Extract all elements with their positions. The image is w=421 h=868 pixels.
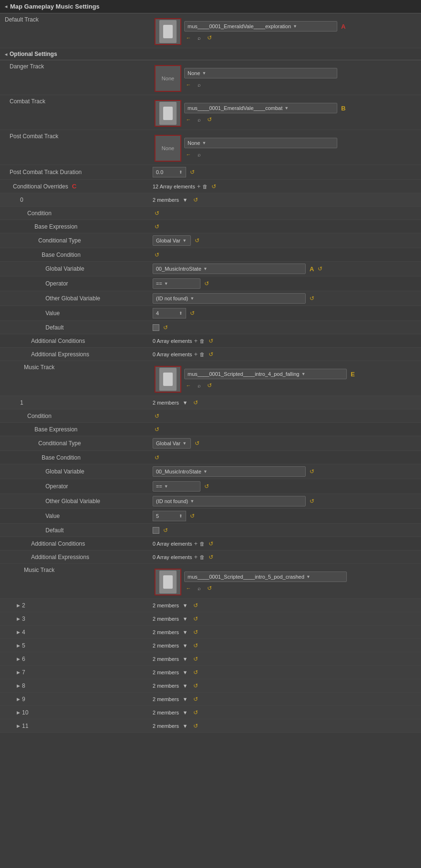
item-6-expand[interactable]: ▼: [181, 655, 189, 663]
item-0-default-checkbox[interactable]: [153, 324, 159, 331]
item-1-add-cond-delete[interactable]: 🗑: [199, 541, 205, 547]
post-combat-duration-input[interactable]: 0.0 ⬆: [153, 167, 186, 177]
item-0-add-cond-add[interactable]: +: [194, 337, 198, 344]
item-0-global-var-dropdown[interactable]: 00_MusicIntroState ▼: [153, 264, 306, 274]
item-0-add-expr-add[interactable]: +: [194, 351, 198, 358]
item-4-reset[interactable]: ↺: [191, 628, 200, 637]
item-0-add-expr-reset[interactable]: ↺: [207, 350, 215, 359]
item-0-add-cond-reset[interactable]: ↺: [207, 337, 215, 345]
post-combat-duration-reset[interactable]: ↺: [188, 168, 197, 176]
combat-track-back-icon[interactable]: ←: [184, 115, 193, 124]
item-0-other-global-dropdown[interactable]: (ID not found) ▼: [153, 293, 306, 304]
default-track-search-icon[interactable]: ⌕: [195, 33, 203, 42]
item-1-condition-reset[interactable]: ↺: [153, 412, 161, 420]
post-combat-back-icon[interactable]: ←: [184, 150, 193, 159]
item-3-expand[interactable]: ▼: [181, 615, 189, 623]
item-1-global-var-reset[interactable]: ↺: [308, 467, 316, 476]
item-9-collapse[interactable]: ▶: [17, 697, 20, 702]
item-10-reset[interactable]: ↺: [191, 708, 200, 717]
item-1-other-global-reset[interactable]: ↺: [308, 497, 316, 505]
item-0-operator-dropdown[interactable]: == ▼: [153, 278, 200, 289]
item-8-collapse[interactable]: ▶: [17, 683, 20, 688]
item-0-music-search-icon[interactable]: ⌕: [195, 381, 203, 390]
danger-track-search-icon[interactable]: ⌕: [195, 80, 203, 89]
item-3-collapse[interactable]: ▶: [17, 616, 20, 621]
item-1-base-cond-reset[interactable]: ↺: [153, 453, 161, 462]
combat-track-reset-icon[interactable]: ↺: [205, 115, 214, 124]
item-0-music-back-icon[interactable]: ←: [184, 381, 193, 390]
conditional-overrides-reset[interactable]: ↺: [210, 182, 218, 191]
item-7-expand[interactable]: ▼: [181, 668, 189, 677]
post-combat-track-dropdown[interactable]: None ▼: [184, 138, 337, 148]
default-track-back-icon[interactable]: ←: [184, 33, 193, 42]
combat-track-dropdown[interactable]: mus____0001_EmeraldVale____combat ▼: [184, 103, 337, 113]
item-0-cond-type-reset[interactable]: ↺: [193, 236, 201, 245]
item-6-reset[interactable]: ↺: [191, 655, 200, 663]
item-2-reset[interactable]: ↺: [191, 601, 200, 610]
item-1-add-expr-delete[interactable]: 🗑: [199, 554, 205, 560]
item-1-global-var-dropdown[interactable]: 00_MusicIntroState ▼: [153, 466, 306, 477]
post-combat-duration-spinner[interactable]: ⬆: [179, 170, 183, 175]
item-8-reset[interactable]: ↺: [191, 681, 200, 690]
default-track-reset-icon[interactable]: ↺: [205, 33, 214, 42]
item-5-expand[interactable]: ▼: [181, 641, 189, 650]
item-1-other-global-dropdown[interactable]: (ID not found) ▼: [153, 496, 306, 506]
conditional-overrides-delete[interactable]: 🗑: [202, 184, 208, 189]
item-1-music-track-dropdown[interactable]: mus____0001_Scripted____intro_5_pod_cras…: [184, 571, 347, 582]
item-0-cond-type-dropdown[interactable]: Global Var ▼: [153, 235, 191, 246]
item-0-global-var-reset[interactable]: ↺: [316, 264, 324, 273]
item-1-value-reset[interactable]: ↺: [188, 512, 197, 520]
item-1-add-expr-reset[interactable]: ↺: [207, 553, 215, 561]
post-combat-search-icon[interactable]: ⌕: [195, 150, 203, 159]
item-0-base-expr-reset[interactable]: ↺: [153, 222, 161, 231]
item-0-expand[interactable]: ▼: [181, 196, 189, 204]
item-0-music-track-dropdown[interactable]: mus____0001_Scripted____intro_4_pod_fall…: [184, 369, 347, 379]
item-1-add-cond-reset[interactable]: ↺: [207, 539, 215, 548]
item-1-cond-type-dropdown[interactable]: Global Var ▼: [153, 438, 191, 449]
combat-track-search-icon[interactable]: ⌕: [195, 115, 203, 124]
item-7-collapse[interactable]: ▶: [17, 670, 20, 675]
item-1-music-back-icon[interactable]: ←: [184, 584, 193, 593]
item-1-music-reset-icon[interactable]: ↺: [205, 584, 214, 593]
item-5-reset[interactable]: ↺: [191, 641, 200, 650]
optional-settings-header[interactable]: ◂ Optional Settings: [0, 48, 421, 60]
item-11-collapse[interactable]: ▶: [17, 724, 20, 728]
item-1-default-checkbox[interactable]: [153, 527, 159, 534]
item-0-default-reset[interactable]: ↺: [161, 323, 170, 332]
item-0-music-reset-icon[interactable]: ↺: [205, 381, 214, 390]
item-0-add-cond-delete[interactable]: 🗑: [199, 338, 205, 344]
item-0-base-cond-reset[interactable]: ↺: [153, 251, 161, 259]
panel-collapse-icon[interactable]: ◂: [5, 4, 7, 9]
item-4-collapse[interactable]: ▶: [17, 630, 20, 635]
item-8-expand[interactable]: ▼: [181, 681, 189, 690]
default-track-dropdown[interactable]: mus____0001_EmeraldVale____exploration ▼: [184, 21, 337, 32]
item-11-reset[interactable]: ↺: [191, 722, 200, 730]
item-1-value-spinner[interactable]: ⬆: [179, 514, 183, 518]
item-1-music-search-icon[interactable]: ⌕: [195, 584, 203, 593]
item-4-expand[interactable]: ▼: [181, 628, 189, 637]
item-0-other-global-reset[interactable]: ↺: [308, 294, 316, 303]
item-10-expand[interactable]: ▼: [181, 708, 189, 717]
item-9-expand[interactable]: ▼: [181, 695, 189, 703]
item-1-add-cond-add[interactable]: +: [194, 540, 198, 547]
item-9-reset[interactable]: ↺: [191, 695, 200, 703]
item-0-operator-reset[interactable]: ↺: [202, 279, 211, 288]
item-7-reset[interactable]: ↺: [191, 668, 200, 677]
item-0-add-expr-delete[interactable]: 🗑: [199, 352, 205, 357]
item-1-reset[interactable]: ↺: [191, 398, 200, 407]
item-11-expand[interactable]: ▼: [181, 722, 189, 730]
item-3-reset[interactable]: ↺: [191, 615, 200, 623]
item-0-reset[interactable]: ↺: [191, 196, 200, 204]
item-0-value-input[interactable]: 4 ⬆: [153, 308, 186, 319]
item-6-collapse[interactable]: ▶: [17, 657, 20, 661]
item-2-expand[interactable]: ▼: [181, 601, 189, 610]
item-1-cond-type-reset[interactable]: ↺: [193, 439, 201, 448]
item-1-operator-reset[interactable]: ↺: [202, 482, 211, 491]
item-1-base-expr-reset[interactable]: ↺: [153, 425, 161, 434]
item-1-operator-dropdown[interactable]: == ▼: [153, 481, 200, 492]
danger-track-back-icon[interactable]: ←: [184, 80, 193, 89]
optional-settings-collapse[interactable]: ◂: [5, 52, 7, 57]
item-0-value-spinner[interactable]: ⬆: [179, 311, 183, 316]
item-10-collapse[interactable]: ▶: [17, 710, 20, 715]
item-1-add-expr-add[interactable]: +: [194, 553, 198, 560]
